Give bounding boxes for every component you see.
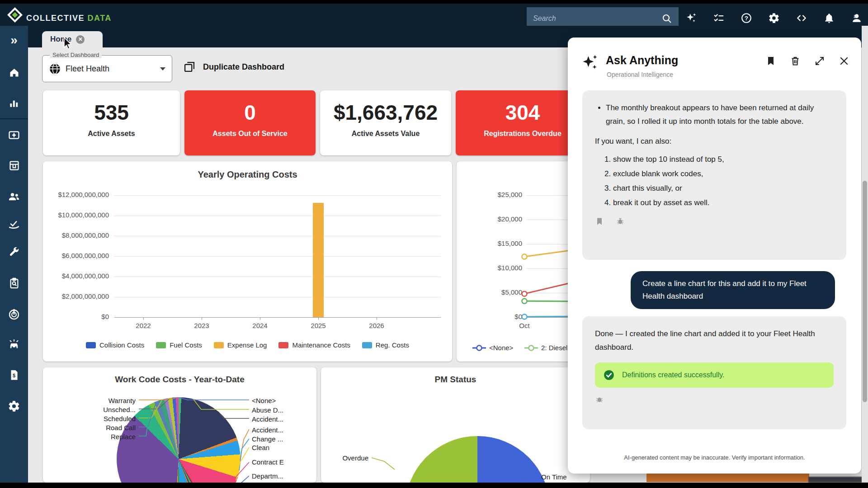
y-axis-tick-label: $12,000,000,000 bbox=[43, 191, 109, 198]
code-icon[interactable] bbox=[796, 12, 807, 24]
expand-icon[interactable] bbox=[814, 56, 825, 66]
x-axis-tick bbox=[202, 317, 202, 320]
yearly-chart-card[interactable]: Yearly Operating Costs $12,000,000,000$1… bbox=[43, 161, 452, 361]
gridline bbox=[114, 236, 441, 236]
ai-option-item: exclude blank work codes, bbox=[613, 167, 834, 181]
kpi-label: Active Assets bbox=[43, 130, 180, 138]
kpi-value: $1,663,762 bbox=[320, 101, 451, 124]
sidebar-item-settings[interactable] bbox=[0, 400, 28, 413]
search-placeholder: Search bbox=[533, 14, 661, 23]
vertical-scrollbar-thumb[interactable] bbox=[863, 181, 867, 402]
sidebar-item-people[interactable] bbox=[0, 190, 28, 203]
bookmark-outline-icon[interactable] bbox=[595, 217, 604, 226]
sidebar-item-invoices[interactable]: $ bbox=[0, 369, 28, 381]
settings-gear-icon[interactable] bbox=[768, 12, 780, 24]
legend-label: Expense Log bbox=[227, 341, 267, 349]
line-legend-label: 2: Diesel bbox=[541, 344, 567, 352]
sidebar-item-assets[interactable] bbox=[0, 160, 28, 172]
x-axis-tick bbox=[260, 317, 260, 320]
y-axis-tick-label: $8,000,000,000 bbox=[43, 231, 109, 239]
sidebar-divider bbox=[0, 118, 28, 119]
legend-swatch bbox=[86, 342, 96, 348]
duplicate-dashboard-label: Duplicate Dashboard bbox=[203, 62, 284, 72]
kpi-label: Active Assets Value bbox=[320, 130, 451, 138]
tab-close-icon[interactable]: ✕ bbox=[76, 35, 85, 44]
y-axis-tick-label: $0 bbox=[43, 313, 109, 320]
sidebar-item-widgets[interactable] bbox=[0, 129, 28, 141]
sidebar-item-vehicles[interactable] bbox=[0, 338, 28, 351]
notifications-bell-icon[interactable] bbox=[823, 12, 835, 24]
pm-status-pie-card[interactable]: PM Status OverdueOn Time bbox=[321, 367, 590, 483]
dashboard-select[interactable]: Fleet Health bbox=[42, 55, 172, 82]
bottom-black-strip bbox=[0, 483, 868, 488]
sidebar-expand-button[interactable]: » bbox=[0, 36, 28, 45]
close-icon[interactable] bbox=[839, 56, 849, 66]
line-legend-item[interactable]: <None> bbox=[472, 344, 513, 352]
hidden-chart-fragment bbox=[646, 473, 809, 482]
ai-option-item: show the top 10 instead of top 5, bbox=[613, 153, 834, 166]
sidebar-item-reports[interactable] bbox=[0, 97, 28, 109]
topbar-icon-group: ? bbox=[685, 12, 863, 24]
hidden-text-fragment bbox=[808, 477, 863, 483]
y-axis-tick-label: $4,000,000,000 bbox=[43, 272, 109, 280]
top-nav-bar: COLLECTIVE DATA Search ? a bbox=[0, 4, 868, 26]
sidebar-item-home[interactable] bbox=[0, 66, 28, 79]
task-list-icon[interactable] bbox=[713, 12, 725, 24]
brand-primary: COLLECTIVE bbox=[26, 14, 85, 23]
bar-2025-expense-log[interactable] bbox=[313, 203, 324, 317]
sidebar-item-approvals[interactable] bbox=[0, 217, 28, 230]
ai-message-bullet: The monthly breakout appears to have bee… bbox=[606, 101, 834, 128]
panel-subtitle: Operational Intelligence bbox=[607, 71, 673, 78]
kpi-active-assets-value[interactable]: $1,663,762 Active Assets Value bbox=[320, 90, 451, 155]
chevrons-right-icon: » bbox=[10, 36, 18, 45]
ask-anything-panel: Ask Anything Operational Intelligence Th… bbox=[568, 38, 861, 474]
svg-text:?: ? bbox=[745, 15, 748, 22]
user-message-bubble: Create a line chart for this and add it … bbox=[631, 271, 835, 309]
ai-option-item: break it out by asset as well. bbox=[613, 196, 834, 210]
y-axis-tick-label: $10,000,000,000 bbox=[43, 211, 109, 219]
gridline bbox=[114, 297, 441, 297]
bug-icon[interactable] bbox=[595, 395, 604, 404]
ai-message-card: The monthly breakout appears to have bee… bbox=[582, 90, 846, 260]
ai-done-text: Done — I created the line chart and adde… bbox=[595, 327, 834, 354]
search-icon[interactable] bbox=[661, 13, 672, 24]
kpi-active-assets[interactable]: 535 Active Assets bbox=[43, 90, 180, 155]
x-axis-label: 2022 bbox=[127, 322, 159, 329]
sidebar-item-telematics[interactable] bbox=[0, 308, 28, 320]
gridline bbox=[114, 195, 441, 196]
legend-item[interactable]: Collision Costs bbox=[86, 341, 144, 349]
work-code-pie-card[interactable]: Work Code Costs - Year-to-Date WarrantyU… bbox=[43, 367, 316, 483]
copy-icon bbox=[183, 61, 196, 73]
kpi-label: Assets Out of Service bbox=[184, 130, 316, 138]
yearly-legend: Collision CostsFuel CostsExpense LogMain… bbox=[43, 341, 452, 349]
done-action-icons bbox=[595, 395, 834, 404]
y-axis-tick-label: $2,000,000,000 bbox=[43, 292, 109, 300]
check-circle-icon bbox=[603, 369, 615, 381]
trash-icon[interactable] bbox=[790, 56, 801, 66]
y-axis-tick-label: $6,000,000,000 bbox=[43, 252, 109, 259]
sidebar-item-inspections[interactable] bbox=[0, 277, 28, 289]
globe-icon bbox=[49, 63, 61, 75]
legend-item[interactable]: Fuel Costs bbox=[156, 341, 202, 349]
sidebar-nav: » $ bbox=[0, 26, 28, 483]
panel-title: Ask Anything bbox=[606, 54, 678, 67]
line-legend-item[interactable]: 2: Diesel bbox=[524, 344, 567, 352]
bookmark-icon[interactable] bbox=[765, 56, 776, 66]
brand-logo-icon bbox=[6, 6, 24, 23]
bug-icon[interactable] bbox=[616, 217, 625, 226]
top-black-strip bbox=[0, 0, 868, 4]
kpi-value: 0 bbox=[184, 101, 316, 124]
legend-label: Maintenance Costs bbox=[292, 341, 350, 349]
help-icon[interactable]: ? bbox=[741, 12, 752, 24]
legend-item[interactable]: Reg. Costs bbox=[362, 341, 409, 349]
duplicate-dashboard-button[interactable]: Duplicate Dashboard bbox=[183, 61, 284, 73]
kpi-assets-out-of-service[interactable]: 0 Assets Out of Service bbox=[184, 90, 316, 155]
legend-item[interactable]: Expense Log bbox=[214, 341, 267, 349]
legend-swatch bbox=[156, 342, 166, 348]
legend-swatch bbox=[362, 342, 372, 348]
panel-header-icons bbox=[765, 56, 849, 66]
sidebar-item-maintenance[interactable] bbox=[0, 246, 28, 258]
legend-item[interactable]: Maintenance Costs bbox=[278, 341, 350, 349]
ai-disclaimer: AI-generated content may be inaccurate. … bbox=[568, 454, 861, 461]
ai-sparkle-icon[interactable] bbox=[685, 12, 697, 24]
